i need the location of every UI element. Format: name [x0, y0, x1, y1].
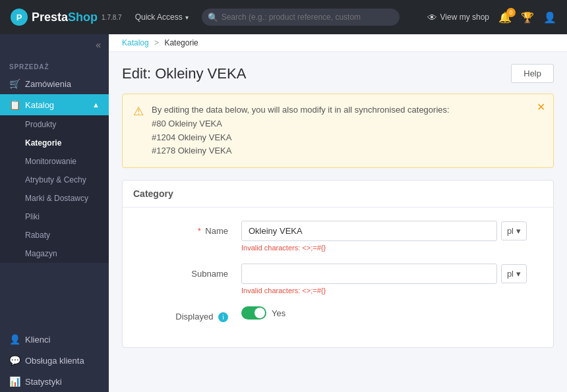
subname-field-with-lang: pl ▾ [241, 264, 527, 284]
name-field-col: pl ▾ Invalid characters: <>;=#{} [241, 221, 527, 252]
sidebar-item-katalog[interactable]: 📋 Katalog ▲ [0, 94, 109, 115]
sidebar-item-statystyki[interactable]: 📊 Statystyki [0, 371, 109, 392]
search-input[interactable] [202, 9, 400, 26]
stats-icon: 📊 [9, 376, 20, 387]
logo: P PrestaShop 1.7.8.7 [11, 9, 122, 26]
warning-close-button[interactable]: ✕ [537, 101, 545, 113]
name-lang-select[interactable]: pl ▾ [501, 221, 527, 240]
submenu-atrybuty[interactable]: Atrybuty & Cechy [0, 171, 109, 189]
eye-icon: 👁 [427, 12, 437, 23]
warning-message: By editing the data below, you will also… [152, 105, 450, 115]
name-form-row: * Name pl ▾ [149, 221, 527, 252]
content-main: Edit: Okleiny VEKA Help ⚠ By editing the… [109, 52, 567, 392]
displayed-field-col: Yes [241, 306, 527, 320]
page-header: Edit: Okleiny VEKA Help [122, 64, 554, 83]
submenu-rabaty[interactable]: Rabaty [0, 226, 109, 244]
section-body: * Name pl ▾ [123, 208, 553, 347]
trophy-icon[interactable]: 🏆 [521, 11, 534, 24]
top-nav: P PrestaShop 1.7.8.7 Quick Access ▾ 🔍 👁 … [0, 0, 567, 34]
name-invalid-hint: Invalid characters: <>;=#{} [241, 244, 527, 252]
content-area: Katalog > Kategorie Edit: Okleiny VEKA H… [109, 34, 567, 392]
warning-text: By editing the data below, you will also… [152, 103, 450, 158]
user-icon[interactable]: 👤 [543, 11, 556, 24]
name-field-with-lang: pl ▾ [241, 221, 527, 241]
app-wrapper: P PrestaShop 1.7.8.7 Quick Access ▾ 🔍 👁 … [0, 0, 567, 392]
quick-access-button[interactable]: Quick Access ▾ [130, 10, 194, 24]
toggle-label: Yes [272, 308, 285, 318]
sidebar-collapse-button[interactable]: « [0, 34, 109, 55]
section-label-sales: SPRZEDAŻ [0, 55, 109, 73]
version-label: 1.7.8.7 [102, 14, 122, 21]
submenu-monitorowanie[interactable]: Monitorowanie [0, 152, 109, 171]
logo-icon: P [11, 9, 28, 26]
name-label: * Name [149, 221, 241, 236]
catalog-icon: 📋 [9, 99, 20, 110]
required-star: * [198, 226, 201, 236]
chevron-up-icon: ▲ [92, 101, 100, 109]
sidebar-item-klienci[interactable]: 👤 Klienci [0, 329, 109, 350]
chat-icon: 💬 [9, 355, 20, 366]
people-icon: 👤 [9, 334, 20, 345]
name-lang-label: pl [507, 226, 514, 236]
warning-item-1: #1204 Okleiny VEKA [152, 132, 231, 142]
main-area: « SPRZEDAŻ 🛒 Zamówienia 📋 Katalog ▲ Prod… [0, 34, 567, 392]
warning-item-0: #80 Okleiny VEKA [152, 119, 222, 128]
sidebar-item-label: Katalog [25, 100, 54, 110]
category-section: Category * Name [122, 180, 554, 348]
view-my-shop-link[interactable]: 👁 View my shop [427, 12, 489, 23]
submenu-magazyn[interactable]: Magazyn [0, 244, 109, 263]
subname-field-col: pl ▾ Invalid characters: <>;=#{} [241, 264, 527, 294]
toggle-knob [254, 308, 265, 318]
warning-icon: ⚠ [133, 104, 144, 119]
sidebar-item-label: Statystyki [25, 377, 62, 387]
search-box: 🔍 [202, 9, 400, 26]
cart-icon: 🛒 [9, 78, 20, 89]
subname-label: Subname [149, 264, 241, 279]
help-button[interactable]: Help [511, 64, 554, 83]
sidebar-item-label: Klienci [25, 335, 50, 345]
displayed-form-row: Displayed i Yes [149, 306, 527, 322]
view-my-shop-label: View my shop [440, 13, 489, 22]
sidebar-item-zamowienia[interactable]: 🛒 Zamówienia [0, 73, 109, 94]
quick-access-label: Quick Access [135, 13, 183, 22]
warning-item-2: #1278 Okleiny VEKA [152, 146, 231, 155]
notifications-icon[interactable]: 🔔 0 [498, 11, 512, 24]
sidebar-item-label: Obsługa klienta [25, 356, 84, 366]
sidebar: « SPRZEDAŻ 🛒 Zamówienia 📋 Katalog ▲ Prod… [0, 34, 109, 392]
breadcrumb-current: Kategorie [164, 38, 198, 47]
sidebar-item-obsluga[interactable]: 💬 Obsługa klienta [0, 350, 109, 371]
submenu-marki[interactable]: Marki & Dostawcy [0, 189, 109, 208]
submenu-pliki[interactable]: Pliki [0, 208, 109, 226]
search-icon: 🔍 [208, 13, 218, 22]
toggle-row: Yes [241, 306, 527, 320]
chevron-down-icon: ▾ [185, 14, 189, 21]
breadcrumb: Katalog > Kategorie [109, 34, 567, 52]
subname-chevron-down-icon: ▾ [516, 269, 521, 279]
submenu-produkty[interactable]: Produkty [0, 115, 109, 134]
displayed-label: Displayed i [149, 306, 241, 322]
section-title: Category [123, 181, 553, 208]
breadcrumb-catalog[interactable]: Katalog [122, 38, 149, 47]
displayed-toggle[interactable] [241, 306, 266, 320]
name-input[interactable] [241, 221, 497, 241]
submenu-kategorie[interactable]: Kategorie [0, 134, 109, 152]
subname-lang-label: pl [507, 269, 514, 279]
subname-invalid-hint: Invalid characters: <>;=#{} [241, 287, 527, 294]
subname-lang-select[interactable]: pl ▾ [501, 264, 527, 283]
nav-right: 👁 View my shop 🔔 0 🏆 👤 [427, 11, 556, 24]
subname-input[interactable] [241, 264, 497, 284]
warning-box: ⚠ By editing the data below, you will al… [122, 94, 554, 168]
sidebar-item-label: Zamówienia [25, 79, 71, 89]
subname-form-row: Subname pl ▾ Invalid ch [149, 264, 527, 294]
displayed-info-icon[interactable]: i [218, 312, 228, 322]
lang-chevron-down-icon: ▾ [516, 226, 521, 236]
breadcrumb-sep: > [154, 38, 159, 47]
notification-badge: 0 [506, 8, 516, 17]
katalog-submenu: Produkty Kategorie Monitorowanie Atrybut… [0, 115, 109, 263]
svg-text:P: P [16, 13, 22, 22]
page-title: Edit: Okleiny VEKA [122, 65, 246, 82]
logo-text: PrestaShop [32, 11, 98, 24]
